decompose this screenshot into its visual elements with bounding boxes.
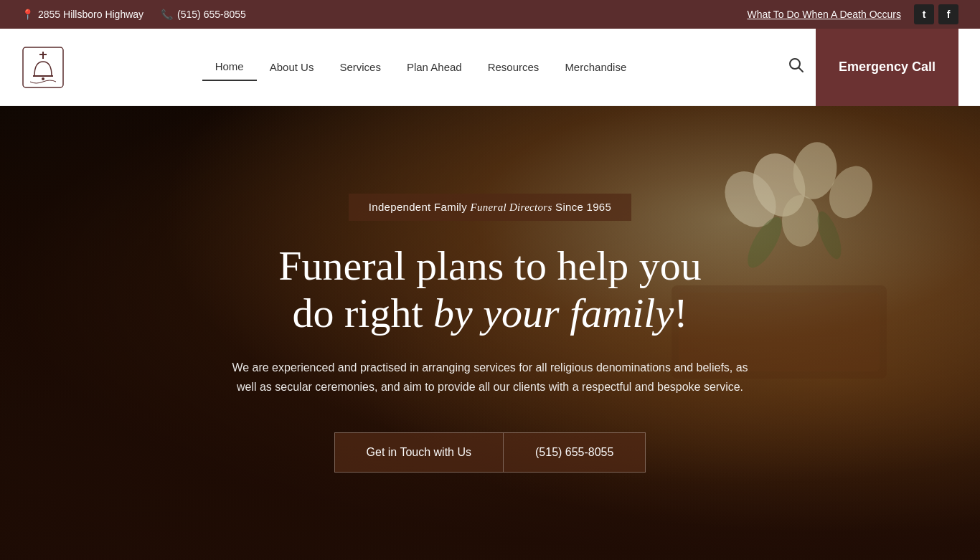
- nav-item-resources[interactable]: Resources: [475, 54, 552, 80]
- hero-title-line2: do right by your family!: [293, 290, 688, 336]
- hero-badge: Independent Family Funeral Directors Sin…: [349, 194, 631, 221]
- nav-link-resources[interactable]: Resources: [475, 54, 552, 80]
- hero-badge-italic: Funeral Directors: [470, 201, 552, 213]
- nav-item-services[interactable]: Services: [326, 54, 394, 80]
- hero-content: Independent Family Funeral Directors Sin…: [203, 194, 777, 473]
- nav-link-services[interactable]: Services: [326, 54, 394, 80]
- logo[interactable]: [22, 46, 65, 89]
- hero-title-line1: Funeral plans to help you: [278, 242, 702, 289]
- nav-link-home[interactable]: Home: [202, 53, 257, 81]
- phone-text: (515) 655-8055: [177, 9, 246, 20]
- social-icons: t f: [914, 4, 958, 24]
- nav-link-about[interactable]: About Us: [257, 54, 327, 80]
- hero-subtitle: We are experienced and practised in arra…: [232, 358, 748, 397]
- nav-item-plan[interactable]: Plan Ahead: [394, 54, 475, 80]
- top-bar-left: 📍 2855 Hillsboro Highway 📞 (515) 655-805…: [22, 9, 246, 20]
- phone-item: 📞 (515) 655-8055: [161, 9, 246, 20]
- nav-link-plan[interactable]: Plan Ahead: [394, 54, 475, 80]
- facebook-icon[interactable]: f: [938, 4, 958, 24]
- twitter-icon[interactable]: t: [914, 4, 934, 24]
- phone-button[interactable]: (515) 655-8055: [504, 432, 646, 473]
- navbar: Home About Us Services Plan Ahead Resour…: [0, 29, 980, 106]
- search-button[interactable]: [777, 57, 816, 77]
- nav-item-about[interactable]: About Us: [257, 54, 327, 80]
- nav-links: Home About Us Services Plan Ahead Resour…: [202, 53, 640, 81]
- address-text: 2855 Hillsboro Highway: [38, 9, 143, 20]
- hero-title-italic: by your family: [433, 290, 674, 336]
- address-item: 📍 2855 Hillsboro Highway: [22, 9, 143, 20]
- top-bar-right: What To Do When A Death Occurs t f: [747, 4, 958, 24]
- hero-buttons: Get in Touch with Us (515) 655-8055: [232, 432, 748, 473]
- nav-item-home[interactable]: Home: [202, 53, 257, 81]
- hero-title: Funeral plans to help you do right by yo…: [232, 242, 748, 338]
- phone-icon: 📞: [161, 9, 173, 20]
- get-in-touch-button[interactable]: Get in Touch with Us: [334, 432, 504, 473]
- emergency-call-button[interactable]: Emergency Call: [816, 29, 958, 106]
- nav-link-merchandise[interactable]: Merchandise: [552, 54, 639, 80]
- death-occurs-link[interactable]: What To Do When A Death Occurs: [747, 9, 901, 20]
- logo-svg: [22, 46, 65, 89]
- hero-section: Independent Family Funeral Directors Sin…: [0, 106, 980, 560]
- svg-point-4: [42, 77, 44, 80]
- svg-line-6: [798, 68, 803, 72]
- nav-item-merchandise[interactable]: Merchandise: [552, 54, 639, 80]
- top-bar: 📍 2855 Hillsboro Highway 📞 (515) 655-805…: [0, 0, 980, 29]
- svg-point-11: [782, 195, 819, 247]
- search-icon: [788, 57, 804, 73]
- location-icon: 📍: [22, 9, 34, 20]
